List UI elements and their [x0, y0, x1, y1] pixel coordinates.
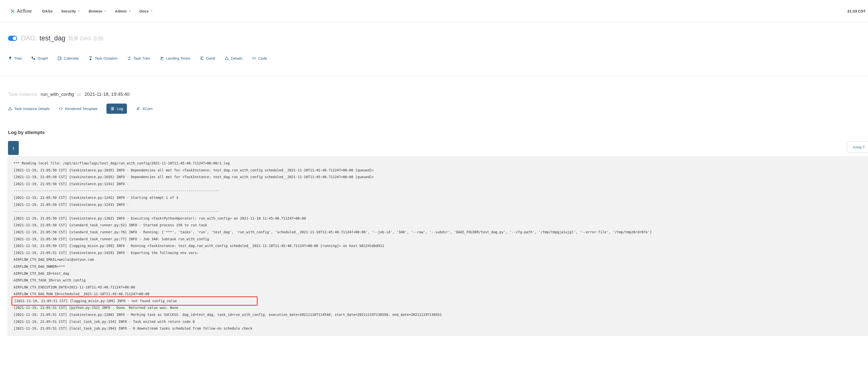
- attempt-row: 1 Jump T: [8, 141, 868, 155]
- ti-tab-log[interactable]: Log: [106, 104, 127, 114]
- gantt-icon: [200, 56, 204, 60]
- log-by-attempts-heading: Log by attempts: [8, 130, 868, 135]
- hourglass-icon: [88, 56, 93, 60]
- dag-view-tabs: TreeGraphCalendarTask DurationTask Tries…: [8, 56, 868, 60]
- log-line: [2021-11-19, 21:05:51 CST] {local_task_j…: [13, 325, 868, 332]
- section-divider: [0, 76, 868, 76]
- tab-landing-times[interactable]: Landing Times: [160, 56, 190, 60]
- log-line: [2021-11-19, 21:05:50 CST] {taskinstance…: [13, 201, 868, 208]
- ti-tab-label: Rendered Template: [65, 107, 98, 111]
- dag-description: 简单 DAG 示例: [68, 35, 103, 42]
- graph-icon: [31, 56, 35, 60]
- retries-icon: [127, 56, 131, 60]
- tab-label: Code: [258, 56, 267, 60]
- tab-label: Tree: [14, 56, 22, 60]
- toggle-knob: [13, 36, 17, 40]
- tab-task-duration[interactable]: Task Duration: [88, 56, 118, 60]
- log-line: AIRFLOW_CTX_EXECUTION_DATE=2021-11-18T11…: [13, 284, 868, 291]
- tab-label: Calendar: [64, 56, 79, 60]
- log-line: [2021-11-19, 21:05:51 CST] {taskinstance…: [13, 311, 868, 318]
- code-icon: [59, 107, 63, 111]
- triangle-icon: [225, 56, 229, 60]
- attempt-buttons: 1: [8, 146, 19, 150]
- log-line: [2021-11-19, 21:05:50 CST] {taskinstance…: [13, 194, 868, 201]
- dag-header: DAG: test_dag 简单 DAG 示例: [8, 34, 868, 42]
- log-line: ----------------------------------------…: [13, 187, 868, 194]
- tab-label: Task Duration: [95, 56, 118, 60]
- log-line: [2021-11-19, 21:05:50 CST] {taskinstance…: [13, 167, 868, 174]
- nav-item-label: DAGs: [42, 9, 53, 13]
- nav-item-label: Security: [61, 9, 76, 13]
- log-line-highlighted: [2021-11-19, 21:05:51 CST] {logging_mixi…: [11, 297, 257, 306]
- triangle-icon: [8, 107, 12, 111]
- log-line: [2021-11-19, 21:05:50 CST] {standard_tas…: [13, 222, 868, 229]
- tab-label: Task Tries: [133, 56, 150, 60]
- log-line: ----------------------------------------…: [13, 208, 868, 215]
- main-content: DAG: test_dag 简单 DAG 示例 TreeGraphCalenda…: [0, 34, 868, 336]
- log-line: AIRFLOW_CTX_DAG_OWNER=***: [13, 263, 868, 270]
- nav-item-docs[interactable]: Docs: [140, 9, 153, 13]
- landing-icon: [160, 56, 164, 60]
- tab-details[interactable]: Details: [225, 56, 242, 60]
- jump-to-end-button[interactable]: Jump T: [847, 141, 868, 153]
- tab-gantt[interactable]: Gantt: [200, 56, 215, 60]
- log-line: [2021-11-19, 21:05:50 CST] {taskinstance…: [13, 174, 868, 181]
- log-line: [2021-11-19, 21:05:50 CST] {taskinstance…: [13, 181, 868, 187]
- top-navbar: Airflow DAGsSecurityBrowseAdminDocs 21:2…: [0, 0, 868, 23]
- task-instance-at: at: [77, 92, 81, 97]
- log-line: [2021-11-19, 21:05:50 CST] {standard_tas…: [13, 229, 868, 236]
- tree-icon: [8, 56, 12, 60]
- task-instance-tabs: Task Instance DetailsRendered TemplateLo…: [8, 104, 868, 114]
- dag-pause-toggle[interactable]: [8, 36, 17, 41]
- tab-calendar[interactable]: Calendar: [58, 56, 79, 60]
- utc-clock[interactable]: 21:23 CST: [847, 9, 866, 13]
- task-instance-header: Task Instance: run_with_config at 2021-1…: [8, 92, 868, 97]
- log-line: [2021-11-19, 21:05:50 CST] {logging_mixi…: [13, 242, 868, 249]
- tab-label: Details: [231, 56, 242, 60]
- tab-label: Gantt: [206, 56, 215, 60]
- log-line: AIRFLOW_CTX_DAG_EMAIL=weilai@zetyun.com: [13, 256, 868, 263]
- log-output: *** Reading local file: /opt/airflow/log…: [7, 156, 868, 336]
- ti-tab-task-instance-details[interactable]: Task Instance Details: [8, 107, 50, 111]
- log-line: [2021-11-19, 21:05:51 CST] {local_task_j…: [13, 318, 868, 325]
- nav-item-dags[interactable]: DAGs: [42, 9, 53, 13]
- ti-tab-label: XCom: [142, 107, 153, 111]
- brand-title[interactable]: Airflow: [17, 8, 32, 14]
- caret-down-icon: [128, 10, 131, 12]
- tab-code[interactable]: Code: [252, 56, 267, 60]
- nav-item-security[interactable]: Security: [61, 9, 80, 13]
- attempt-button-1[interactable]: 1: [8, 141, 19, 155]
- tab-tree[interactable]: Tree: [8, 56, 22, 60]
- nav-item-browse[interactable]: Browse: [89, 9, 106, 13]
- log-line: [2021-11-19, 21:05:50 CST] {standard_tas…: [13, 236, 868, 243]
- log-icon: [111, 107, 115, 111]
- task-instance-datetime: 2021-11-18, 19:45:40: [85, 92, 129, 97]
- dag-name: test_dag: [39, 34, 65, 42]
- caret-down-icon: [78, 10, 80, 12]
- caret-down-icon: [104, 10, 106, 12]
- nav-item-label: Admin: [115, 9, 127, 13]
- ti-tab-rendered-template[interactable]: Rendered Template: [59, 107, 98, 111]
- ti-tab-label: Task Instance Details: [14, 107, 50, 111]
- xcom-icon: [136, 107, 140, 111]
- nav-item-label: Browse: [89, 9, 102, 13]
- tab-task-tries[interactable]: Task Tries: [127, 56, 150, 60]
- ti-tab-xcom[interactable]: XCom: [136, 107, 153, 111]
- navbar-menu: DAGsSecurityBrowseAdminDocs: [42, 9, 153, 13]
- nav-item-admin[interactable]: Admin: [115, 9, 131, 13]
- tab-label: Graph: [37, 56, 48, 60]
- code-icon: [252, 56, 256, 60]
- log-line: [2021-11-19, 21:05:50 CST] {taskinstance…: [13, 215, 868, 222]
- task-instance-label: Task Instance:: [8, 92, 38, 97]
- dag-label: DAG:: [21, 34, 37, 42]
- airflow-logo-icon[interactable]: [10, 9, 15, 13]
- task-instance-name: run_with_config: [41, 92, 74, 97]
- log-line: AIRFLOW_CTX_DAG_ID=test_dag: [13, 270, 868, 277]
- tab-graph[interactable]: Graph: [31, 56, 48, 60]
- caret-down-icon: [150, 10, 153, 12]
- calendar-icon: [58, 56, 62, 60]
- tab-label: Landing Times: [166, 56, 190, 60]
- log-line: *** Reading local file: /opt/airflow/log…: [13, 160, 868, 167]
- log-line: [2021-11-19, 21:05:51 CST] {taskinstance…: [13, 249, 868, 256]
- nav-item-label: Docs: [140, 9, 149, 13]
